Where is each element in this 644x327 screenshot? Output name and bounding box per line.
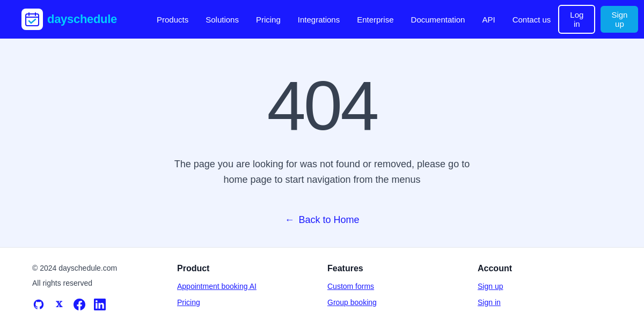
- x-twitter-icon[interactable]: 𝕏: [53, 298, 65, 311]
- nav-solutions[interactable]: Solutions: [198, 11, 246, 28]
- footer: © 2024 dayschedule.com All rights reserv…: [0, 248, 644, 327]
- nav-contact-us[interactable]: Contact us: [505, 11, 559, 28]
- footer-link-group-booking[interactable]: Group booking: [327, 298, 462, 307]
- footer-link-custom-forms[interactable]: Custom forms: [327, 282, 462, 291]
- footer-col-product: Product Appointment booking AI Pricing: [177, 264, 311, 314]
- footer-features-heading: Features: [327, 264, 462, 273]
- footer-account-heading: Account: [478, 264, 612, 273]
- footer-link-appointment-booking[interactable]: Appointment booking AI: [177, 282, 311, 291]
- svg-rect-0: [26, 14, 39, 26]
- footer-link-pricing[interactable]: Pricing: [177, 298, 311, 307]
- social-icons: 𝕏: [32, 298, 161, 311]
- footer-product-heading: Product: [177, 264, 311, 273]
- footer-copyright: © 2024 dayschedule.com: [32, 264, 161, 272]
- nav-integrations[interactable]: Integrations: [290, 11, 347, 28]
- footer-brand: © 2024 dayschedule.com All rights reserv…: [32, 264, 161, 314]
- footer-col-account: Account Sign up Sign in: [478, 264, 612, 314]
- footer-link-sign-in[interactable]: Sign in: [478, 298, 612, 307]
- footer-rights: All rights reserved: [32, 279, 161, 287]
- footer-link-sign-up[interactable]: Sign up: [478, 282, 612, 291]
- logo[interactable]: dayschedule: [21, 9, 117, 30]
- error-code: 404: [267, 71, 377, 140]
- header-actions: Log in Sign up: [558, 5, 638, 34]
- linkedin-icon[interactable]: [93, 298, 106, 311]
- header: dayschedule Products Solutions Pricing I…: [0, 0, 644, 39]
- github-icon[interactable]: [32, 298, 45, 311]
- error-message: The page you are looking for was not fou…: [174, 157, 470, 188]
- logo-text: dayschedule: [47, 12, 117, 26]
- nav-pricing[interactable]: Pricing: [248, 11, 288, 28]
- nav-documentation[interactable]: Documentation: [404, 11, 473, 28]
- facebook-icon[interactable]: [73, 298, 86, 311]
- main-content: 404 The page you are looking for was not…: [0, 39, 644, 247]
- logo-icon: [21, 9, 43, 30]
- footer-col-features: Features Custom forms Group booking: [327, 264, 462, 314]
- nav-enterprise[interactable]: Enterprise: [349, 11, 401, 28]
- signup-button[interactable]: Sign up: [601, 6, 638, 33]
- nav-products[interactable]: Products: [149, 11, 196, 28]
- login-button[interactable]: Log in: [558, 5, 595, 34]
- back-arrow-icon: ←: [284, 214, 294, 226]
- nav-api[interactable]: API: [474, 11, 502, 28]
- back-to-home-button[interactable]: ← Back to Home: [284, 214, 359, 226]
- main-nav: Products Solutions Pricing Integrations …: [149, 11, 558, 28]
- back-label: Back to Home: [298, 214, 359, 226]
